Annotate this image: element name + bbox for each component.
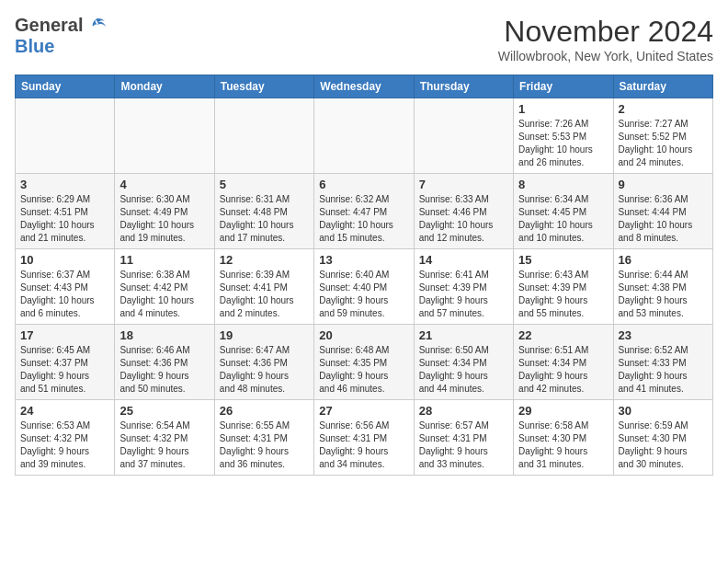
calendar-cell: 13Sunrise: 6:40 AM Sunset: 4:40 PM Dayli… xyxy=(314,249,414,325)
logo-blue: Blue xyxy=(15,36,54,56)
day-info: Sunrise: 6:39 AM Sunset: 4:41 PM Dayligh… xyxy=(220,269,309,320)
calendar-cell: 6Sunrise: 6:32 AM Sunset: 4:47 PM Daylig… xyxy=(314,174,414,249)
weekday-header: Thursday xyxy=(414,75,513,98)
day-info: Sunrise: 6:29 AM Sunset: 4:51 PM Dayligh… xyxy=(20,193,109,245)
day-info: Sunrise: 7:27 AM Sunset: 5:52 PM Dayligh… xyxy=(619,118,708,169)
day-number: 9 xyxy=(619,178,708,191)
calendar-cell xyxy=(314,98,414,174)
day-info: Sunrise: 6:54 AM Sunset: 4:32 PM Dayligh… xyxy=(119,419,209,471)
day-number: 19 xyxy=(220,328,309,342)
day-number: 20 xyxy=(319,328,408,342)
calendar-cell: 1Sunrise: 7:26 AM Sunset: 5:53 PM Daylig… xyxy=(514,98,613,174)
title-section: November 2024 Willowbrook, New York, Uni… xyxy=(498,15,713,63)
calendar-cell: 20Sunrise: 6:48 AM Sunset: 4:35 PM Dayli… xyxy=(314,325,414,400)
day-number: 6 xyxy=(319,178,408,191)
day-info: Sunrise: 6:48 AM Sunset: 4:35 PM Dayligh… xyxy=(319,344,408,396)
calendar-cell: 15Sunrise: 6:43 AM Sunset: 4:39 PM Dayli… xyxy=(514,249,613,325)
day-info: Sunrise: 6:56 AM Sunset: 4:31 PM Dayligh… xyxy=(319,419,408,471)
calendar-cell: 8Sunrise: 6:34 AM Sunset: 4:45 PM Daylig… xyxy=(514,174,613,249)
day-info: Sunrise: 6:40 AM Sunset: 4:40 PM Dayligh… xyxy=(319,269,408,320)
calendar-cell: 7Sunrise: 6:33 AM Sunset: 4:46 PM Daylig… xyxy=(414,174,513,249)
day-info: Sunrise: 6:30 AM Sunset: 4:49 PM Dayligh… xyxy=(119,193,209,245)
logo: General Blue xyxy=(15,15,107,57)
day-number: 23 xyxy=(619,328,708,342)
day-info: Sunrise: 6:32 AM Sunset: 4:47 PM Dayligh… xyxy=(319,193,408,245)
location-title: Willowbrook, New York, United States xyxy=(498,49,713,63)
calendar-cell: 17Sunrise: 6:45 AM Sunset: 4:37 PM Dayli… xyxy=(16,325,115,400)
day-info: Sunrise: 6:52 AM Sunset: 4:33 PM Dayligh… xyxy=(619,344,708,396)
day-info: Sunrise: 6:59 AM Sunset: 4:30 PM Dayligh… xyxy=(619,419,708,471)
logo-bird-icon xyxy=(86,17,107,34)
calendar-cell: 9Sunrise: 6:36 AM Sunset: 4:44 PM Daylig… xyxy=(613,174,712,249)
day-number: 12 xyxy=(220,253,309,267)
calendar-cell: 12Sunrise: 6:39 AM Sunset: 4:41 PM Dayli… xyxy=(214,249,313,325)
day-number: 15 xyxy=(518,253,608,267)
day-info: Sunrise: 6:44 AM Sunset: 4:38 PM Dayligh… xyxy=(619,269,708,320)
calendar-week-row: 1Sunrise: 7:26 AM Sunset: 5:53 PM Daylig… xyxy=(16,98,713,174)
calendar-cell: 21Sunrise: 6:50 AM Sunset: 4:34 PM Dayli… xyxy=(414,325,513,400)
calendar-cell: 11Sunrise: 6:38 AM Sunset: 4:42 PM Dayli… xyxy=(115,249,214,325)
day-number: 25 xyxy=(119,404,209,418)
day-number: 22 xyxy=(518,328,608,342)
day-number: 8 xyxy=(518,178,608,191)
calendar-cell: 2Sunrise: 7:27 AM Sunset: 5:52 PM Daylig… xyxy=(613,98,712,174)
day-info: Sunrise: 6:57 AM Sunset: 4:31 PM Dayligh… xyxy=(419,419,508,471)
day-info: Sunrise: 6:31 AM Sunset: 4:48 PM Dayligh… xyxy=(220,193,309,245)
calendar-cell xyxy=(115,98,214,174)
weekday-header: Tuesday xyxy=(214,75,313,98)
weekday-header: Sunday xyxy=(16,75,115,98)
weekday-header: Saturday xyxy=(613,75,712,98)
calendar-cell: 22Sunrise: 6:51 AM Sunset: 4:34 PM Dayli… xyxy=(514,325,613,400)
calendar-cell xyxy=(16,98,115,174)
calendar-cell: 18Sunrise: 6:46 AM Sunset: 4:36 PM Dayli… xyxy=(115,325,214,400)
day-info: Sunrise: 6:51 AM Sunset: 4:34 PM Dayligh… xyxy=(518,344,608,396)
logo-general: General xyxy=(15,15,83,36)
day-info: Sunrise: 7:26 AM Sunset: 5:53 PM Dayligh… xyxy=(518,118,608,169)
day-info: Sunrise: 6:46 AM Sunset: 4:36 PM Dayligh… xyxy=(119,344,209,396)
day-number: 10 xyxy=(20,253,109,267)
day-number: 28 xyxy=(419,404,508,418)
calendar-cell: 27Sunrise: 6:56 AM Sunset: 4:31 PM Dayli… xyxy=(314,400,414,476)
calendar-week-row: 10Sunrise: 6:37 AM Sunset: 4:43 PM Dayli… xyxy=(16,249,713,325)
calendar-cell: 5Sunrise: 6:31 AM Sunset: 4:48 PM Daylig… xyxy=(214,174,313,249)
calendar-cell: 29Sunrise: 6:58 AM Sunset: 4:30 PM Dayli… xyxy=(514,400,613,476)
calendar-cell xyxy=(414,98,513,174)
day-info: Sunrise: 6:50 AM Sunset: 4:34 PM Dayligh… xyxy=(419,344,508,396)
weekday-header: Wednesday xyxy=(314,75,414,98)
day-info: Sunrise: 6:37 AM Sunset: 4:43 PM Dayligh… xyxy=(20,269,109,320)
day-number: 11 xyxy=(119,253,209,267)
calendar-cell: 16Sunrise: 6:44 AM Sunset: 4:38 PM Dayli… xyxy=(613,249,712,325)
calendar-cell: 14Sunrise: 6:41 AM Sunset: 4:39 PM Dayli… xyxy=(414,249,513,325)
day-info: Sunrise: 6:41 AM Sunset: 4:39 PM Dayligh… xyxy=(419,269,508,320)
calendar-cell: 26Sunrise: 6:55 AM Sunset: 4:31 PM Dayli… xyxy=(214,400,313,476)
day-info: Sunrise: 6:36 AM Sunset: 4:44 PM Dayligh… xyxy=(619,193,708,245)
day-number: 13 xyxy=(319,253,408,267)
day-info: Sunrise: 6:58 AM Sunset: 4:30 PM Dayligh… xyxy=(518,419,608,471)
weekday-header: Friday xyxy=(514,75,613,98)
day-number: 4 xyxy=(119,178,209,191)
day-number: 21 xyxy=(419,328,508,342)
day-info: Sunrise: 6:38 AM Sunset: 4:42 PM Dayligh… xyxy=(119,269,209,320)
day-number: 29 xyxy=(518,404,608,418)
day-number: 14 xyxy=(419,253,508,267)
day-info: Sunrise: 6:33 AM Sunset: 4:46 PM Dayligh… xyxy=(419,193,508,245)
calendar-week-row: 24Sunrise: 6:53 AM Sunset: 4:32 PM Dayli… xyxy=(16,400,713,476)
calendar-table: SundayMondayTuesdayWednesdayThursdayFrid… xyxy=(15,75,713,476)
header: General Blue November 2024 Willowbrook, … xyxy=(15,15,713,63)
day-info: Sunrise: 6:43 AM Sunset: 4:39 PM Dayligh… xyxy=(518,269,608,320)
calendar-cell: 24Sunrise: 6:53 AM Sunset: 4:32 PM Dayli… xyxy=(16,400,115,476)
day-number: 18 xyxy=(119,328,209,342)
calendar-cell: 19Sunrise: 6:47 AM Sunset: 4:36 PM Dayli… xyxy=(214,325,313,400)
day-info: Sunrise: 6:47 AM Sunset: 4:36 PM Dayligh… xyxy=(220,344,309,396)
calendar-cell: 10Sunrise: 6:37 AM Sunset: 4:43 PM Dayli… xyxy=(16,249,115,325)
calendar-cell: 30Sunrise: 6:59 AM Sunset: 4:30 PM Dayli… xyxy=(613,400,712,476)
day-number: 17 xyxy=(20,328,109,342)
calendar-cell: 4Sunrise: 6:30 AM Sunset: 4:49 PM Daylig… xyxy=(115,174,214,249)
day-number: 24 xyxy=(20,404,109,418)
day-number: 3 xyxy=(20,178,109,191)
calendar-cell: 23Sunrise: 6:52 AM Sunset: 4:33 PM Dayli… xyxy=(613,325,712,400)
day-number: 26 xyxy=(220,404,309,418)
month-title: November 2024 xyxy=(498,15,713,49)
day-info: Sunrise: 6:53 AM Sunset: 4:32 PM Dayligh… xyxy=(20,419,109,471)
day-number: 5 xyxy=(220,178,309,191)
